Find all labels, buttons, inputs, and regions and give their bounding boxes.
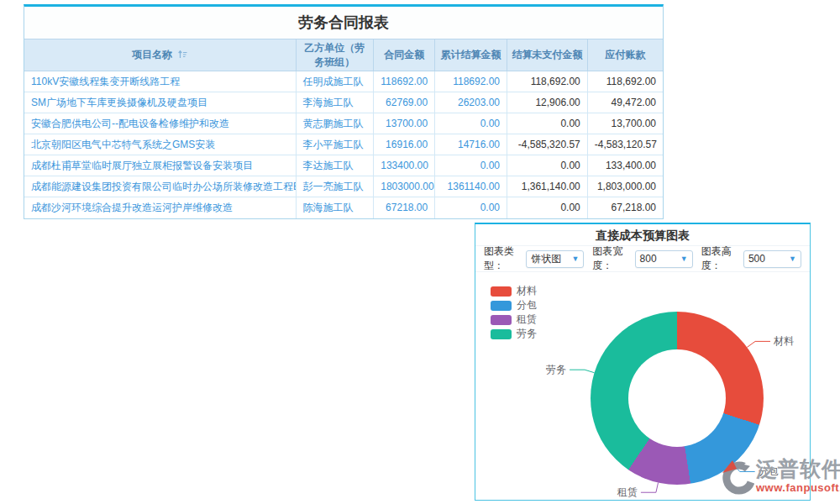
table-row: 成都能源建设集团投资有限公司临时办公场所装修改造工程EPC 彭一亮施工队 180…: [24, 176, 663, 197]
svg-text:材料: 材料: [773, 335, 794, 347]
contract-amount-cell: 16916.00: [374, 134, 435, 155]
report-title: 劳务合同报表: [24, 7, 663, 39]
chart-controls: 图表类型： 饼状图 ▼ 图表宽度： 800 ▼ 图表高度： 500 ▼: [475, 246, 810, 272]
contract-amount-cell: 67218.00: [374, 197, 435, 218]
payable-amount-cell: 67,218.00: [587, 197, 663, 218]
settled-amount-cell: 14716.00: [435, 134, 507, 155]
chart-type-value: 饼状图: [531, 252, 571, 266]
payable-amount-cell: 49,472.00: [587, 92, 663, 113]
settled-amount-cell: 0.00: [435, 113, 507, 134]
chevron-down-icon: ▼: [571, 255, 579, 263]
unpaid-amount-cell: -4,585,320.57: [507, 134, 588, 155]
table-row: SM广场地下车库更换摄像机及硬盘项目 李海施工队 62769.00 26203.…: [24, 92, 663, 113]
table-row: 成都杜甫草堂临时展厅独立展柜报警设备安装项目 李达施工队 133400.00 0…: [24, 155, 663, 176]
donut-hole: [628, 349, 726, 447]
contractor-team-link[interactable]: 黄志鹏施工队: [296, 113, 374, 134]
column-header-settled-amount: 累计结算金额: [435, 39, 507, 71]
sort-icon[interactable]: [178, 50, 187, 59]
column-header-contract-amount: 合同金额: [374, 39, 435, 71]
unpaid-amount-cell: 0.00: [507, 197, 588, 218]
settled-amount-cell: 118692.00: [435, 71, 507, 92]
settled-amount-cell: 0.00: [435, 197, 507, 218]
chart-type-control: 图表类型： 饼状图 ▼: [484, 244, 584, 273]
project-name-link[interactable]: 110kV安徽线程集变开断线路工程: [24, 71, 296, 92]
column-header-project-name[interactable]: 项目名称: [24, 39, 296, 71]
payable-amount-cell: -4,583,120.57: [587, 134, 663, 155]
contract-amount-cell: 62769.00: [374, 92, 435, 113]
legend-label: 租赁: [517, 312, 537, 327]
legend-item[interactable]: 劳务: [491, 327, 537, 341]
contractor-team-link[interactable]: 任明成施工队: [296, 71, 374, 92]
payable-amount-cell: 133,400.00: [587, 155, 663, 176]
chart-height-value: 500: [748, 253, 789, 265]
payable-amount-cell: 13,700.00: [587, 113, 663, 134]
contract-amount-cell: 133400.00: [374, 155, 435, 176]
column-header-unpaid-amount: 结算未支付金额: [507, 39, 588, 71]
fanpu-watermark: 泛普软件 www.fanpusoft.com: [719, 458, 840, 496]
payable-amount-cell: 1,803,000.00: [587, 176, 663, 197]
report-table: 项目名称 乙方单位（劳务班组） 合同金额 累计结算金额 结算未支付金额 应付账款…: [24, 39, 663, 218]
chart-width-control: 图表宽度： 800 ▼: [592, 244, 692, 273]
chart-width-label: 图表宽度：: [592, 244, 631, 273]
legend-swatch: [491, 315, 512, 325]
legend-swatch: [491, 286, 512, 297]
legend-label: 分包: [517, 298, 537, 312]
table-row: 北京朝阳区电气中芯特气系统之GMS安装 李小平施工队 16916.00 1471…: [24, 134, 663, 155]
contract-amount-cell: 13700.00: [374, 113, 435, 134]
fanpu-logo-icon: [719, 458, 754, 496]
table-row: 110kV安徽线程集变开断线路工程 任明成施工队 118692.00 11869…: [24, 71, 663, 92]
column-header-payable: 应付账款: [587, 39, 663, 71]
settled-amount-cell: 26203.00: [435, 92, 507, 113]
contractor-team-link[interactable]: 李海施工队: [296, 92, 374, 113]
unpaid-amount-cell: 118,692.00: [507, 71, 588, 92]
contractor-team-link[interactable]: 李达施工队: [296, 155, 374, 176]
watermark-brand: 泛普软件: [756, 458, 840, 481]
project-name-link[interactable]: 成都杜甫草堂临时展厅独立展柜报警设备安装项目: [24, 155, 296, 176]
legend-swatch: [491, 301, 512, 311]
project-name-link[interactable]: 安徽合肥供电公司--配电设备检修维护和改造: [24, 113, 296, 134]
contractor-team-link[interactable]: 彭一亮施工队: [296, 176, 374, 197]
column-header-contractor: 乙方单位（劳务班组）: [296, 39, 374, 71]
settled-amount-cell: 0.00: [435, 155, 507, 176]
watermark-url: www.fanpusoft.com: [756, 481, 840, 494]
unpaid-amount-cell: 1,361,140.00: [507, 176, 588, 197]
chevron-down-icon: ▼: [789, 255, 796, 263]
project-name-link[interactable]: 北京朝阳区电气中芯特气系统之GMS安装: [24, 134, 296, 155]
table-row: 安徽合肥供电公司--配电设备检修维护和改造 黄志鹏施工队 13700.00 0.…: [24, 113, 663, 134]
legend-item[interactable]: 材料: [491, 284, 537, 298]
contractor-team-link[interactable]: 李小平施工队: [296, 134, 374, 155]
labor-contract-report-panel: 劳务合同报表 项目名称 乙方单位（劳务班组） 合同金额 累计结算金额 结算未支付…: [24, 4, 664, 219]
chart-width-select[interactable]: 800 ▼: [635, 250, 693, 268]
project-name-link[interactable]: 成都能源建设集团投资有限公司临时办公场所装修改造工程EPC: [24, 176, 296, 197]
legend-swatch: [491, 329, 512, 339]
chart-type-select[interactable]: 饼状图 ▼: [526, 250, 584, 268]
chart-type-label: 图表类型：: [484, 244, 522, 273]
unpaid-amount-cell: 0.00: [507, 155, 588, 176]
contract-amount-cell: 118692.00: [374, 71, 435, 92]
project-name-link[interactable]: SM广场地下车库更换摄像机及硬盘项目: [24, 92, 296, 113]
unpaid-amount-cell: 0.00: [507, 113, 588, 134]
column-header-label: 项目名称: [132, 49, 172, 60]
chart-height-select[interactable]: 500 ▼: [743, 250, 801, 268]
chart-legend: 材料 分包 租赁 劳务: [491, 284, 537, 341]
legend-item[interactable]: 租赁: [491, 312, 537, 327]
unpaid-amount-cell: 12,906.00: [507, 92, 588, 113]
legend-label: 材料: [517, 284, 537, 298]
chart-height-control: 图表高度： 500 ▼: [701, 244, 801, 273]
legend-label: 劳务: [517, 327, 537, 341]
contract-amount-cell: 1803000.00: [374, 176, 435, 197]
payable-amount-cell: 118,692.00: [587, 71, 663, 92]
chart-panel-title: 直接成本预算图表: [475, 224, 810, 246]
chevron-down-icon: ▼: [680, 255, 688, 263]
legend-item[interactable]: 分包: [491, 298, 537, 312]
svg-text:租赁: 租赁: [617, 486, 638, 498]
table-row: 成都沙河环境综合提升改造运河护岸维修改造 陈海施工队 67218.00 0.00…: [24, 197, 663, 218]
contractor-team-link[interactable]: 陈海施工队: [296, 197, 374, 218]
project-name-link[interactable]: 成都沙河环境综合提升改造运河护岸维修改造: [24, 197, 296, 218]
table-header-row: 项目名称 乙方单位（劳务班组） 合同金额 累计结算金额 结算未支付金额 应付账款: [24, 39, 663, 71]
svg-text:劳务: 劳务: [546, 364, 566, 375]
chart-width-value: 800: [640, 253, 680, 265]
chart-height-label: 图表高度：: [701, 244, 740, 273]
settled-amount-cell: 1361140.00: [435, 176, 507, 197]
